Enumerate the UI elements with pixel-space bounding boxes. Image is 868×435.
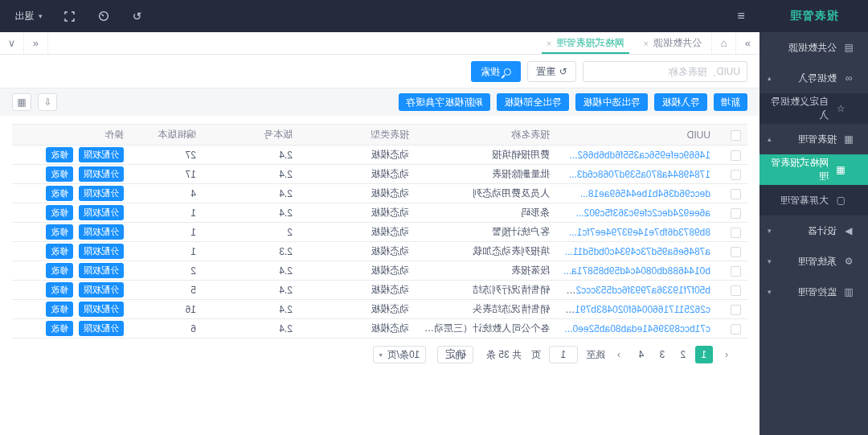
uuid-link[interactable]: 17849844a870a539d7068c6d3... [569, 169, 710, 180]
op-edit-button[interactable]: 修改 [46, 186, 73, 201]
reset-button[interactable]: ↻ 重置 [527, 61, 576, 82]
home-icon[interactable]: ⌂ [711, 32, 735, 54]
action-toolbar: 新增导入模板导出选中模板导出全部模板刷新模板字典缓存 ⇩▦ [0, 88, 760, 116]
edit-version: 2 [130, 261, 203, 281]
page-3[interactable]: 3 [653, 346, 671, 363]
edit-version: 4 [130, 184, 203, 203]
op-edit-button[interactable]: 修改 [46, 244, 73, 259]
op-edit-button[interactable]: 修改 [46, 205, 73, 220]
confirm-button[interactable]: 确定 [437, 346, 473, 363]
sidebar-menu: ▤公共数据源∞数据导入▴☆自定义数据导入▦报表管理▴▦网格式报表管理▢大屏幕管理… [760, 32, 868, 307]
close-icon[interactable]: × [644, 39, 649, 48]
report-name: 销售情况冻结表头 [416, 300, 556, 319]
row-checkbox[interactable] [731, 324, 741, 334]
next-page-icon[interactable]: › [610, 346, 628, 363]
toolbar-button-4[interactable]: 刷新模板字典缓存 [399, 93, 490, 111]
toolbar-button-0[interactable]: 新增 [714, 93, 747, 111]
op-edit-button[interactable]: 修改 [46, 263, 73, 278]
toolbar-button-3[interactable]: 导出全部模板 [497, 93, 569, 111]
row-operations: 分配权限修改删除 [12, 281, 130, 300]
row-operations: 分配权限修改删除 [12, 203, 130, 223]
uuid-link[interactable]: a7846e6a95d73c4934c0bd5d11... [565, 246, 710, 257]
sidebar-subitem-2-1[interactable]: ▢大屏幕管理 [760, 185, 868, 215]
sidebar-item-2[interactable]: ▦报表管理▴ [760, 124, 868, 154]
row-checkbox[interactable] [731, 247, 741, 257]
fullscreen-icon[interactable] [63, 10, 76, 23]
row-checkbox[interactable] [731, 208, 741, 219]
op-permission-button[interactable]: 分配权限 [79, 224, 124, 240]
op-edit-button[interactable]: 修改 [46, 302, 73, 317]
close-icon[interactable]: × [547, 39, 551, 48]
table-row: b50f7f19336a7993f6cd553ccc22...销售情况行列冻结动… [12, 281, 747, 300]
tabs-dropdown-icon[interactable]: ∨ [0, 32, 24, 54]
page-2[interactable]: 2 [674, 346, 692, 363]
row-checkbox[interactable] [731, 285, 741, 296]
sidebar-item-1[interactable]: ∞数据导入▴ [760, 63, 868, 93]
op-edit-button[interactable]: 修改 [46, 147, 73, 162]
op-edit-button[interactable]: 修改 [46, 224, 73, 240]
page-4[interactable]: 4 [633, 346, 650, 363]
op-permission-button[interactable]: 分配权限 [79, 166, 124, 182]
logout-button[interactable]: ▾ 退出 [14, 10, 43, 23]
uuid-link[interactable]: 8b9873d6fb7e14e93794ee7fc1... [569, 227, 710, 238]
row-checkbox[interactable] [731, 189, 741, 199]
select-all-checkbox[interactable] [731, 130, 741, 141]
tabbar-right: « ∨ [0, 32, 48, 54]
op-permission-button[interactable]: 分配权限 [79, 282, 124, 298]
uuid-link[interactable]: decc96d364b1be44569ae18... [580, 188, 710, 199]
export-icon[interactable]: ⇩ [38, 93, 57, 111]
column-setting-icon[interactable]: ▦ [12, 93, 31, 111]
op-edit-button[interactable]: 修改 [46, 321, 73, 336]
edit-version: 27 [130, 146, 203, 165]
op-permission-button[interactable]: 分配权限 [79, 263, 124, 278]
page-1[interactable]: 1 [695, 346, 713, 363]
uuid-link[interactable]: b50f7f19336a7993f6cd553ccc22... [563, 285, 710, 296]
version: 2.4 [203, 300, 299, 319]
row-checkbox[interactable] [731, 266, 741, 277]
op-permission-button[interactable]: 分配权限 [79, 186, 124, 201]
op-permission-button[interactable]: 分配权限 [79, 321, 124, 336]
row-checkbox[interactable] [731, 228, 741, 238]
prev-page-icon[interactable]: ‹ [718, 346, 735, 363]
menu-icon[interactable]: ≡ [738, 9, 745, 23]
tabs-scroll-left-icon[interactable]: « [24, 32, 48, 54]
uuid-link[interactable]: 14669cefe956ca355f6db6b662... [570, 150, 711, 161]
report-grid-icon: ▦ [842, 133, 855, 145]
refresh-icon[interactable]: ↻ [131, 10, 144, 23]
row-checkbox[interactable] [731, 305, 741, 315]
jump-label: 跳至 [586, 348, 605, 362]
op-edit-button[interactable]: 修改 [46, 166, 73, 182]
gauge-icon[interactable] [97, 10, 110, 23]
toolbar-button-1[interactable]: 导入模板 [654, 93, 707, 111]
report-table: UUID 报表名称 报表类型 版本号 编辑版本 操作 14669cefe956c… [12, 124, 747, 339]
uuid-link[interactable]: c71bcc8939641edab80ab52ee0... [565, 323, 711, 334]
sidebar-subitem-1-0[interactable]: ☆自定义数据导入 [760, 93, 868, 124]
op-permission-button[interactable]: 分配权限 [79, 244, 124, 259]
report-type: 动态模板 [299, 300, 416, 319]
sidebar-subitem-2-0[interactable]: ▦网格式报表管理 [760, 154, 868, 185]
uuid-link[interactable]: c26251171660046f020483b7915... [562, 304, 710, 315]
op-permission-button[interactable]: 分配权限 [79, 147, 124, 162]
sidebar-item-0[interactable]: ▤公共数据源 [760, 32, 868, 63]
report-table-wrap: UUID 报表名称 报表类型 版本号 编辑版本 操作 14669cefe956c… [0, 116, 760, 371]
uuid-link[interactable]: b0144688db0804c4d59b85871a... [563, 265, 710, 277]
search-input[interactable] [583, 61, 747, 82]
op-permission-button[interactable]: 分配权限 [79, 205, 124, 220]
sidebar-item-3[interactable]: ▶设计器▾ [760, 215, 868, 246]
sidebar-item-4[interactable]: ⚙系统管理▾ [760, 246, 868, 277]
toolbar-button-2[interactable]: 导出选中模板 [575, 93, 648, 111]
uuid-link[interactable]: a6ee924dec2cfe9c363f5c902... [576, 207, 710, 219]
search-button[interactable]: 搜索 [471, 61, 521, 82]
tabs-scroll-right-icon[interactable]: » [735, 32, 760, 54]
version: 2 [203, 223, 299, 242]
tab-0[interactable]: 公共数据源× [634, 32, 711, 54]
jump-page-input[interactable] [549, 346, 578, 363]
op-permission-button[interactable]: 分配权限 [79, 302, 124, 317]
row-checkbox[interactable] [731, 170, 741, 180]
row-operations: 分配权限修改删除 [12, 300, 130, 319]
row-checkbox[interactable] [731, 150, 741, 161]
page-size-select[interactable]: 10条/页 ▾ [373, 346, 427, 363]
tab-1[interactable]: 网格式报表管理× [537, 32, 633, 54]
op-edit-button[interactable]: 修改 [46, 282, 73, 298]
sidebar-item-5[interactable]: ▥监控管理▾ [760, 277, 868, 307]
